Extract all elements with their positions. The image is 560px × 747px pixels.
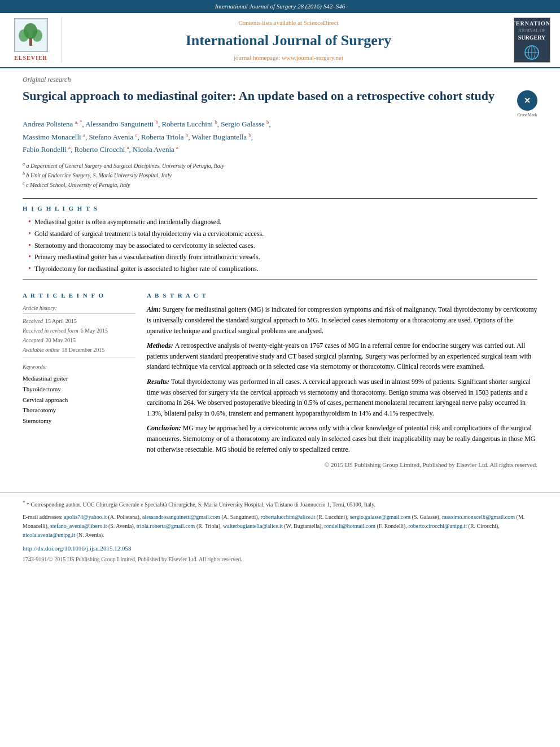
journal-right-logo: INTERNATIONAL JOURNAL OF SURGERY [509, 18, 554, 63]
top-bar: International Journal of Surgery 28 (201… [0, 0, 560, 13]
date-accepted: Accepted 20 May 2015 [23, 335, 135, 345]
journal-header: ELSEVIER Contents lists available at Sci… [0, 13, 560, 68]
ijs-logo-box: INTERNATIONAL JOURNAL OF SURGERY [514, 18, 550, 63]
affiliation-b: b b Unit of Endocrine Surgery, S. Maria … [23, 171, 537, 180]
keyword: Sternotomy [23, 416, 135, 426]
email-link[interactable]: massimo.monacelli@gmail.com [442, 514, 515, 520]
abstract-conclusion: Conclusion: MG may be approached by a ce… [147, 423, 537, 455]
article-info-col: A R T I C L E I N F O Article history: R… [23, 286, 135, 470]
highlights-list: Mediastinal goiter is often asymptomatic… [23, 217, 537, 274]
elsevier-brand: ELSEVIER [14, 54, 47, 62]
email-link[interactable]: roberto.cirocchi@unipg.it [408, 523, 467, 529]
science-direct-link: Contents lists available at ScienceDirec… [238, 19, 338, 27]
svg-point-3 [32, 29, 42, 42]
history-label: Article history: [23, 304, 135, 312]
affiliation-a: a a Department of General Surgery and Su… [23, 161, 537, 171]
email-link[interactable]: rondelli@hotmail.com [324, 523, 375, 529]
svg-rect-4 [29, 38, 32, 46]
email-link[interactable]: alessandrosanguinetti@gmail.com [142, 514, 220, 520]
date-available: Available online 18 December 2015 [23, 345, 135, 355]
main-content: Original research Surgical approach to m… [0, 68, 560, 481]
authors: Andrea Polistena a, *, Alessandro Sangui… [23, 118, 537, 156]
abstract-section-title: A B S T R A C T [147, 291, 537, 300]
crossmark-label: CrossMark [517, 112, 537, 118]
journal-center: Contents lists available at ScienceDirec… [68, 18, 509, 63]
email-link[interactable]: sergio.galasse@gmail.com [350, 514, 410, 520]
crossmark-icon: ✕ [517, 90, 537, 111]
abstract-text: Aim: Surgery for mediastinal goiters (MG… [147, 304, 537, 470]
divider-highlights [23, 198, 537, 199]
issn-line: 1743-9191/© 2015 IJS Publishing Group Li… [23, 556, 537, 563]
svg-text:✕: ✕ [524, 97, 531, 105]
footer-area: * * Corresponding author. UOC Chirurgia … [0, 492, 560, 575]
page: International Journal of Surgery 28 (201… [0, 0, 560, 747]
email-link[interactable]: robertalucchini@alice.it [261, 514, 316, 520]
corresponding-author-note: * * Corresponding author. UOC Chirurgia … [23, 499, 537, 509]
doi-link[interactable]: http://dx.doi.org/10.1016/j.ijsu.2015.12… [23, 544, 537, 553]
svg-point-2 [19, 29, 29, 42]
highlight-item: Sternotomy and thoracotomy may be associ… [28, 241, 537, 251]
date-received: Received 15 April 2015 [23, 316, 135, 326]
journal-homepage: journal homepage: www.journal-surgery.ne… [234, 54, 343, 62]
affiliation-c: c c Medical School, University of Perugi… [23, 180, 537, 190]
date-revised: Received in revised form 6 May 2015 [23, 326, 135, 335]
email-link[interactable]: walterbugiantella@alice.it [223, 523, 283, 529]
email-link[interactable]: nicola.avenia@unipg.it [23, 532, 75, 538]
email-link[interactable]: stefano_avenia@libero.it [50, 523, 107, 529]
divider-article-info [23, 279, 537, 280]
keywords-list: Mediastinal goiter Thyroidectomy Cervica… [23, 373, 135, 426]
article-title: Surgical approach to mediastinal goiter:… [23, 88, 511, 104]
crossmark-area: ✕ CrossMark [517, 90, 537, 118]
article-info-title: A R T I C L E I N F O [23, 291, 135, 300]
keyword: Thyroidectomy [23, 384, 135, 395]
keyword: Cervical approach [23, 395, 135, 405]
highlight-item: Thyroidectomy for mediastinal goiter is … [28, 264, 537, 274]
keyword: Mediastinal goiter [23, 373, 135, 384]
highlights-section-title: H I G H L I G H T S [23, 204, 537, 213]
email-link[interactable]: triola.roberta@gmail.com [137, 523, 195, 529]
article-history: Article history: Received 15 April 2015 … [23, 304, 135, 357]
affiliations: a a Department of General Surgery and Su… [23, 161, 537, 190]
keywords-label: Keywords: [23, 363, 135, 371]
dates-block: Received 15 April 2015 Received in revis… [23, 313, 135, 357]
email-link[interactable]: apolis74@yahoo.it [64, 514, 107, 520]
keywords-block: Keywords: Mediastinal goiter Thyroidecto… [23, 363, 135, 426]
abstract-results: Results: Total thyroidectomy was perform… [147, 377, 537, 418]
copyright-line: © 2015 IJS Publishing Group Limited, Pub… [147, 460, 537, 470]
highlight-item: Primary mediastinal goiter has a vascula… [28, 252, 537, 262]
top-bar-text: International Journal of Surgery 28 (201… [215, 3, 345, 10]
abstract-col: A B S T R A C T Aim: Surgery for mediast… [147, 286, 537, 470]
elsevier-logo-area: ELSEVIER [6, 18, 62, 63]
highlight-item: Gold standard of surgical treatment is t… [28, 229, 537, 239]
elsevier-icon [14, 18, 48, 52]
keyword: Thoracotomy [23, 405, 135, 416]
highlight-item: Mediastinal goiter is often asymptomatic… [28, 217, 537, 227]
article-type: Original research [23, 75, 537, 85]
journal-title: International Journal of Surgery [186, 30, 392, 51]
abstract-aim: Aim: Surgery for mediastinal goiters (MG… [147, 304, 537, 336]
abstract-methods: Methods: A retrospective analysis of twe… [147, 340, 537, 372]
email-addresses: E-mail addresses: apolis74@yahoo.it (A. … [23, 513, 537, 540]
two-col-section: A R T I C L E I N F O Article history: R… [23, 286, 537, 470]
